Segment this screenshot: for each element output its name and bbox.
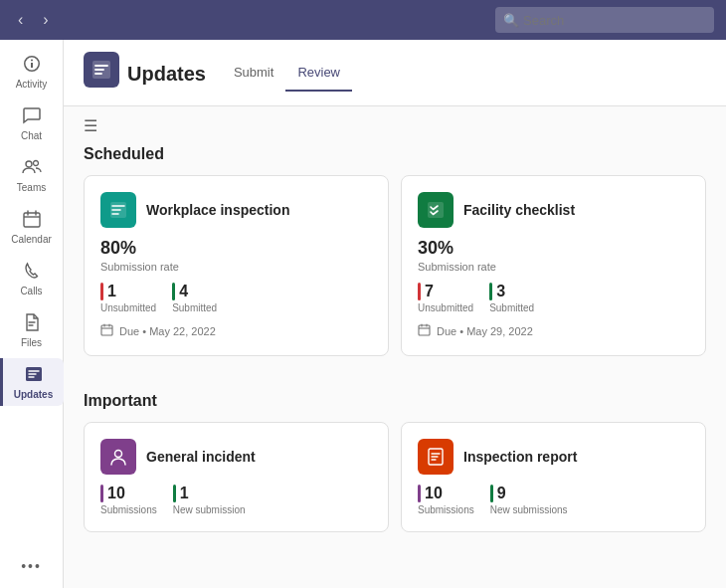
sidebar-item-activity[interactable]: Activity — [2, 48, 62, 96]
important-cards-grid: General incident 10 Submissions — [84, 422, 706, 532]
facility-bar-red — [418, 283, 421, 300]
facility-stats: 7 Unsubmitted 3 Submitted — [418, 283, 689, 313]
sidebar-label-activity: Activity — [16, 79, 48, 90]
forward-button[interactable]: › — [37, 9, 54, 31]
sidebar-item-updates[interactable]: Updates — [0, 358, 64, 406]
workplace-submitted-value: 4 — [179, 283, 188, 300]
main-layout: Activity Chat Teams Calendar Calls — [0, 40, 726, 588]
workplace-card-title: Workplace inspection — [146, 202, 289, 218]
search-wrap: 🔍 — [495, 7, 714, 33]
calls-icon — [22, 261, 42, 284]
tab-review[interactable]: Review — [285, 57, 352, 92]
sidebar-label-calendar: Calendar — [11, 234, 52, 245]
svg-point-0 — [26, 161, 32, 167]
files-icon — [22, 312, 42, 335]
facility-card-header: Facility checklist — [418, 192, 689, 228]
facility-card-title: Facility checklist — [463, 202, 575, 218]
scheduled-cards-grid: Workplace inspection 80% Submission rate… — [84, 175, 706, 356]
content-header: Updates Submit Review — [64, 40, 726, 106]
general-incident-bar-green — [173, 485, 176, 502]
workplace-card-header: Workplace inspection — [100, 192, 372, 228]
sidebar-label-teams: Teams — [17, 182, 46, 193]
workplace-bar-red — [100, 283, 103, 300]
facility-rate: 30% Submission rate — [418, 238, 689, 273]
inspection-report-bar-green — [490, 485, 493, 502]
calendar-due-icon — [100, 323, 113, 339]
facility-submitted-label: Submitted — [489, 302, 534, 313]
general-incident-card: General incident 10 Submissions — [84, 422, 389, 532]
sidebar-label-calls: Calls — [20, 286, 42, 296]
nav-arrows: ‹ › — [12, 9, 55, 31]
workplace-card: Workplace inspection 80% Submission rate… — [84, 175, 389, 356]
facility-due-text: Due • May 29, 2022 — [437, 325, 533, 337]
general-incident-submissions: 10 Submissions — [100, 485, 157, 515]
sidebar-item-calendar[interactable]: Calendar — [2, 203, 62, 251]
general-incident-submissions-label: Submissions — [100, 504, 157, 515]
header-icon — [84, 52, 119, 88]
workplace-card-icon — [100, 192, 136, 228]
general-incident-new: 1 New submission — [173, 485, 246, 515]
svg-rect-6 — [101, 325, 112, 335]
inspection-report-submissions-label: Submissions — [418, 504, 474, 515]
top-bar: ‹ › 🔍 — [0, 0, 726, 40]
sidebar-item-chat[interactable]: Chat — [2, 99, 62, 147]
workplace-unsubmitted-label: Unsubmitted — [100, 302, 156, 313]
inspection-report-header: Inspection report — [418, 439, 689, 475]
inspection-report-new: 9 New submissions — [490, 485, 568, 515]
page-title: Updates — [127, 63, 206, 86]
hamburger-button[interactable]: ☰ — [84, 117, 97, 134]
scheduled-section: Scheduled Workplace inspection 80% Submi — [64, 145, 726, 392]
inspection-report-submissions-value: 10 — [425, 485, 443, 502]
workplace-stat-unsubmitted: 1 Unsubmitted — [100, 283, 156, 313]
calendar-due-icon2 — [418, 323, 431, 339]
inspection-report-bar-purple — [418, 485, 421, 502]
facility-due: Due • May 29, 2022 — [418, 323, 689, 339]
content-area: Updates Submit Review ☰ Scheduled — [64, 40, 726, 588]
back-button[interactable]: ‹ — [12, 9, 29, 31]
facility-card-icon — [418, 192, 454, 228]
workplace-rate-percent: 80% — [100, 238, 372, 259]
facility-stat-submitted: 3 Submitted — [489, 283, 534, 313]
inspection-report-icon — [418, 439, 454, 475]
important-section: Important General incident — [64, 392, 726, 568]
workplace-due: Due • May 22, 2022 — [100, 323, 372, 339]
facility-stat-unsubmitted: 7 Unsubmitted — [418, 283, 473, 313]
search-input[interactable] — [495, 7, 714, 33]
sidebar-label-files: Files — [21, 337, 42, 348]
general-incident-icon — [100, 439, 136, 475]
general-incident-stats: 10 Submissions 1 New submission — [100, 485, 372, 515]
sidebar-item-more[interactable]: ••• — [2, 552, 62, 580]
workplace-unsubmitted-value: 1 — [107, 283, 116, 300]
important-title: Important — [84, 392, 706, 410]
workplace-stats: 1 Unsubmitted 4 Submitted — [100, 283, 372, 313]
scheduled-title: Scheduled — [84, 145, 706, 163]
scroll-area: Scheduled Workplace inspection 80% Submi — [64, 145, 726, 588]
general-incident-title: General incident — [146, 449, 256, 465]
general-incident-new-label: New submission — [173, 504, 246, 515]
inspection-report-new-label: New submissions — [490, 504, 568, 515]
svg-point-1 — [33, 161, 38, 166]
tab-submit[interactable]: Submit — [222, 57, 285, 92]
workplace-submitted-label: Submitted — [172, 302, 217, 313]
workplace-rate: 80% Submission rate — [100, 238, 372, 273]
general-incident-new-value: 1 — [180, 485, 189, 502]
svg-rect-7 — [428, 202, 444, 218]
general-incident-header: General incident — [100, 439, 372, 475]
inspection-report-card: Inspection report 10 Submissions — [401, 422, 706, 532]
workplace-stat-submitted: 4 Submitted — [172, 283, 217, 313]
workplace-rate-label: Submission rate — [100, 261, 372, 273]
sidebar-item-teams[interactable]: Teams — [2, 151, 62, 199]
sidebar-item-calls[interactable]: Calls — [2, 255, 62, 302]
general-incident-bar-purple — [100, 485, 103, 502]
workplace-due-text: Due • May 22, 2022 — [119, 325, 216, 337]
svg-rect-8 — [419, 325, 430, 335]
facility-rate-percent: 30% — [418, 238, 689, 259]
inspection-report-submissions: 10 Submissions — [418, 485, 474, 515]
sidebar-item-files[interactable]: Files — [2, 306, 62, 354]
facility-card: Facility checklist 30% Submission rate 7 — [401, 175, 706, 356]
facility-bar-green — [489, 283, 492, 300]
activity-icon — [22, 54, 42, 77]
header-left: Updates Submit Review — [84, 52, 352, 105]
facility-unsubmitted-label: Unsubmitted — [418, 302, 473, 313]
facility-unsubmitted-value: 7 — [425, 283, 434, 300]
